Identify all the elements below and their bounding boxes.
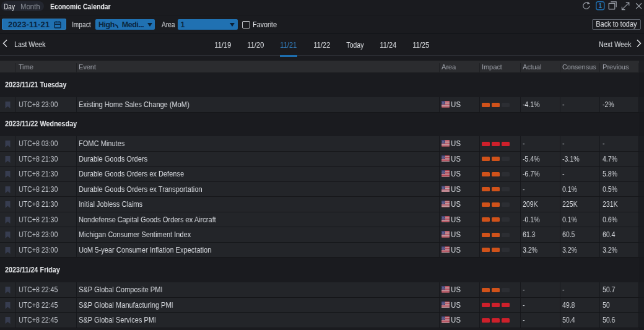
svg-text:1: 1: [599, 2, 603, 9]
